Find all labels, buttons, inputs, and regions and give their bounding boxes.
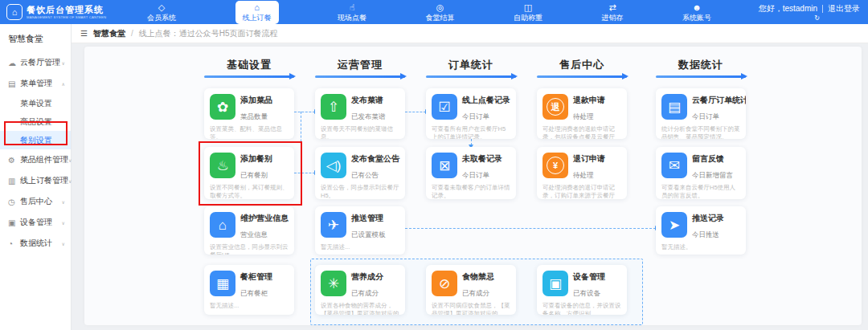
sidebar-item-device-mgmt[interactable]: ▣设备管理∨	[0, 212, 71, 233]
card-title: 餐柜管理	[240, 271, 272, 283]
card-push-records[interactable]: ➤推送记录今日推送暂无描述。	[656, 206, 746, 255]
icon-glyph: ⊠	[439, 159, 450, 173]
icon-glyph: 退	[547, 98, 564, 116]
card-food-taboo[interactable]: ⊘食物禁忌已有成分设置不同病症饮食禁忌，【菜品管理】里可添加对应的。	[426, 265, 516, 315]
sidebar-subitem-product-settings[interactable]: 商品设置	[0, 112, 71, 131]
card-titles: 食物禁忌已有成分	[462, 271, 494, 299]
order-stats-icon: ▤	[661, 94, 687, 120]
card-top: ¥退订申请待处理	[542, 153, 622, 181]
card-online-order-records[interactable]: ☑线上点餐记录今日订单可查看所有用户在云餐厅H5上的订单详情记录。	[426, 88, 516, 139]
card-push-mgmt[interactable]: ✈推送管理已设置模板暂无描述...	[315, 206, 405, 255]
nav-item-label: 线上订餐	[243, 14, 272, 22]
icon-glyph: ⊘	[439, 277, 450, 291]
column-title: 运营管理	[315, 58, 405, 72]
card-description: 可查看所有用户在云餐厅H5上的订单详情记录。	[432, 125, 511, 139]
card-description: 设置公告，同步显示到云餐厅H5。	[321, 184, 400, 199]
card-top: ✿添加菜品菜品数量	[210, 94, 289, 122]
card-title: 发布食堂公告	[351, 153, 399, 165]
icon-glyph: ◁)	[326, 159, 342, 173]
card-title: 推送管理	[351, 213, 386, 224]
card-publish-menu[interactable]: ⇧发布菜谱已发布菜谱设置每天不同餐别的菜谱信息。	[315, 88, 405, 139]
card-add-dish[interactable]: ✿添加菜品菜品数量设置菜类、配料、菜品信息等。	[204, 88, 294, 139]
sidebar-subitem-meal-type-settings[interactable]: 餐别设置	[0, 131, 71, 149]
clock-icon: ◷	[8, 198, 18, 206]
flow-connector-2	[405, 112, 426, 112]
card-unsubscribe-request[interactable]: ¥退订申请待处理可处理消费者的退订申请记录，订购订单来源于云餐厅H5上的订单。	[537, 147, 627, 199]
touch-icon: ☝	[350, 3, 355, 13]
sidebar-item-after-sales[interactable]: ◷售后中心∨	[0, 191, 71, 212]
icon-glyph: ▦	[216, 277, 229, 291]
card-top: ✳营养成分已有成分	[321, 271, 400, 299]
card-subtitle: 已有设备	[573, 289, 605, 299]
greeting-text: 您好，testadmin	[759, 3, 817, 14]
breadcrumb-separator: /	[131, 29, 133, 38]
card-refund-request[interactable]: 退退款申请待处理可处理消费者的退款申请记录，包括设备点餐及云餐厅H5上的订单..…	[537, 88, 627, 139]
logout-button[interactable]: 退出登录	[828, 3, 860, 14]
sidebar-item-dish-components[interactable]: ⚙菜品组件管理∨	[0, 149, 71, 170]
chevron-icon: ∨	[62, 199, 65, 205]
card-cabinet-mgmt[interactable]: ▦餐柜管理已有餐柜暂无描述...	[204, 265, 294, 315]
nav-item-canteen-settle[interactable]: ◎食堂结算	[426, 3, 455, 22]
nav-item-members[interactable]: ◇会员系统	[147, 3, 176, 22]
sidebar-item-label: 售后中心	[20, 196, 62, 207]
nav-item-onsite-order[interactable]: ☝现场点餐	[338, 3, 366, 22]
sidebar-item-label: 菜单管理	[20, 78, 62, 89]
card-title: 云餐厅订单统计	[692, 95, 741, 106]
flow-panel: 基础设置✿添加菜品菜品数量设置菜类、配料、菜品信息等。♨添加餐别已有餐别设置不同…	[84, 47, 862, 325]
card-subtitle: 已有成分	[462, 289, 494, 299]
card-maintain-business-info[interactable]: ⌂维护营业信息营业信息设置营业信息，同步显示到云餐厅H5。	[204, 206, 294, 255]
breadcrumb-root[interactable]: 智慧食堂	[93, 28, 125, 39]
sidebar-subitem-menu-settings[interactable]: 菜单设置	[0, 94, 71, 112]
card-title: 维护营业信息	[240, 213, 289, 224]
user-row: 您好，testadmin 退出登录	[759, 3, 860, 14]
flow-connector-4	[301, 112, 301, 173]
card-publish-notice[interactable]: ◁)发布食堂公告已有公告设置公告，同步显示到云餐厅H5。	[315, 147, 405, 199]
card-titles: 餐柜管理已有餐柜	[240, 271, 272, 299]
card-unclaimed-records[interactable]: ⊠未取餐记录今日订单可查看未取餐客户的订单详情记录。	[426, 147, 516, 199]
sidebar-item-online-order-mgmt[interactable]: ▥线上订餐管理∨	[0, 170, 71, 191]
card-title: 营养成分	[351, 271, 383, 283]
sidebar-item-cloud-restaurant[interactable]: ☁云餐厅管理∨	[0, 52, 71, 73]
logo-text: 餐饮后台管理系统 MANAGEMENT SYSTEM OF SMART CANT…	[27, 5, 121, 19]
page: ⌂ 餐饮后台管理系统 MANAGEMENT SYSTEM OF SMART CA…	[0, 0, 868, 330]
nav-item-system-account[interactable]: ☻系统账号	[682, 3, 711, 22]
card-device-mgmt-card[interactable]: ▣设备管理已有设备可查看设备的信息，并设置设备名称，方便识别。	[537, 265, 627, 315]
sidebar-item-label: 菜品组件管理	[20, 154, 68, 165]
card-description: 可处理消费者的退款申请记录，包括设备点餐及云餐厅H5上的订单...	[542, 125, 622, 139]
card-feedback[interactable]: ✉留言反馈今日新增留言可查看来自云餐厅H5使用人员的留言反馈。	[656, 147, 746, 199]
arrow-underline-icon	[656, 75, 746, 78]
card-description: 可查看来自云餐厅H5使用人员的留言反馈。	[661, 184, 741, 199]
nav-item-self-weigh[interactable]: ◫自助称重	[514, 3, 542, 22]
card-cloud-order-stats[interactable]: ▤云餐厅订单统计今日订单统计分析食堂不同餐别下的菜品销售、菜品预定情况。	[656, 88, 746, 139]
card-titles: 推送记录今日推送	[692, 212, 724, 240]
arrow-underline-icon	[315, 75, 405, 78]
card-title: 设备管理	[573, 271, 605, 283]
column-header-1: 基础设置	[204, 58, 294, 78]
flow-connector-6	[405, 228, 656, 229]
sidebar-item-data-stats[interactable]: ◔数据统计∨	[0, 233, 71, 254]
card-subtitle: 营业信息	[240, 230, 289, 240]
no-food-icon: ⊘	[432, 271, 457, 296]
divider	[822, 5, 823, 13]
arrow-underline-icon	[204, 75, 294, 78]
card-description: 设置营业信息，同步显示到云餐厅H5。	[210, 243, 289, 255]
card-subtitle: 今日推送	[692, 230, 724, 240]
canteen-selector[interactable]: 智慧食堂	[0, 24, 71, 52]
topbar-nav: ◇会员系统⌂线上订餐☝现场点餐◎食堂结算◫自助称重⇄进销存☻系统账号	[127, 0, 731, 24]
card-top: ⊘食物禁忌已有成分	[432, 271, 511, 299]
sidebar-item-menu-management[interactable]: ▤菜单管理∧	[0, 73, 71, 94]
card-titles: 添加菜品菜品数量	[240, 94, 272, 122]
card-title: 退款申请	[573, 95, 605, 106]
column-header-5: 数据统计	[656, 58, 746, 78]
card-title: 添加餐别	[240, 153, 272, 165]
card-nutrition[interactable]: ✳营养成分已有成分设置各种食物的营养成分，【菜品管理】里可添加对应的食物及分..…	[315, 265, 405, 315]
list-icon: ▥	[8, 177, 18, 185]
nav-item-inventory[interactable]: ⇄进销存	[602, 3, 624, 22]
collapse-menu-icon[interactable]: ☰	[80, 29, 88, 38]
card-add-meal-type[interactable]: ♨添加餐别已有餐别设置不同餐别，其订餐规则、取餐方式等。	[204, 147, 294, 199]
card-subtitle: 已有成分	[351, 289, 383, 299]
nav-item-online-order[interactable]: ⌂线上订餐	[235, 1, 279, 24]
logout-icon[interactable]: ↻	[814, 14, 820, 22]
card-titles: 未取餐记录今日订单	[462, 153, 502, 181]
card-titles: 线上点餐记录今日订单	[462, 94, 510, 122]
